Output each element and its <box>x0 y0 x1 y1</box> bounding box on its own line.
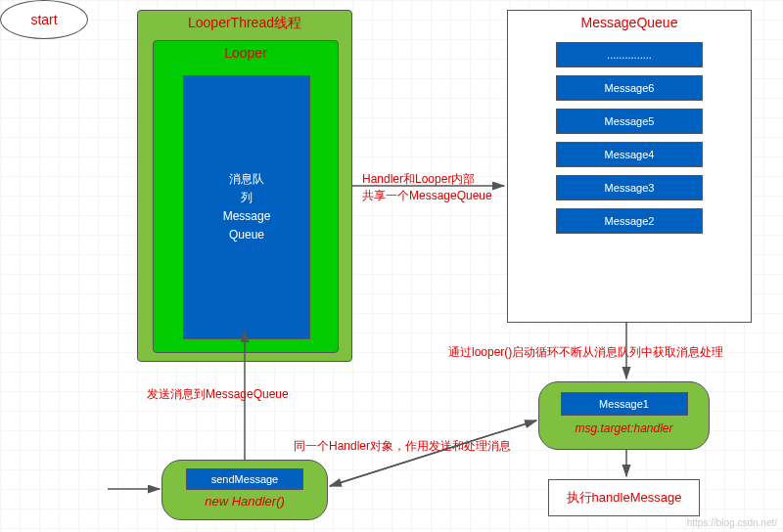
message-queue-item: Message5 <box>556 109 703 134</box>
start-label: start <box>30 12 57 27</box>
msg-target-label: msg.target:handler <box>539 421 709 435</box>
looper-thread-box: LooperThread线程 Looper 消息队 列 Message Queu… <box>137 10 352 362</box>
message-queue-item: Message3 <box>556 175 703 200</box>
looper-thread-title: LooperThread线程 <box>138 11 351 36</box>
inner-q-l4: Queue <box>229 226 264 244</box>
message-queue-item: ............... <box>556 42 703 67</box>
execute-handle-message-box: 执行handleMessage <box>548 479 700 516</box>
msg-target-handler-box: Message1 msg.target:handler <box>538 381 710 450</box>
new-handler-label: new Handler() <box>162 494 327 509</box>
exec-label: 执行handleMessage <box>567 489 682 507</box>
new-handler-box: sendMessage new Handler() <box>161 460 328 520</box>
looper-title: Looper <box>154 41 338 65</box>
message-queue-box: MessageQueue ...............Message6Mess… <box>507 10 752 323</box>
inner-q-l2: 列 <box>241 189 253 207</box>
inner-q-l1: 消息队 <box>229 170 264 189</box>
annotation-same-handler: 同一个Handler对象，作用发送和处理消息 <box>294 438 511 455</box>
message-queue-item: Message6 <box>556 75 703 101</box>
annotation-shared-queue: Handler和Looper内部 共享一个MessageQueue <box>362 171 492 204</box>
watermark: https://blog.csdn.net/ <box>687 517 777 528</box>
message-queue-item: Message2 <box>556 208 703 234</box>
annotation-send-to-queue: 发送消息到MessageQueue <box>147 386 289 403</box>
inner-message-queue: 消息队 列 Message Queue <box>183 75 310 339</box>
inner-q-l3: Message <box>223 207 271 226</box>
message-queue-item: Message4 <box>556 142 703 167</box>
start-node: start <box>0 0 88 39</box>
looper-box: Looper 消息队 列 Message Queue <box>153 40 339 353</box>
message1-box: Message1 <box>561 392 688 416</box>
message-queue-items: ...............Message6Message5Message4M… <box>508 42 751 234</box>
send-message-box: sendMessage <box>186 468 303 490</box>
annotation-looper-loop: 通过looper()启动循环不断从消息队列中获取消息处理 <box>448 344 723 361</box>
message-queue-title: MessageQueue <box>508 11 751 34</box>
